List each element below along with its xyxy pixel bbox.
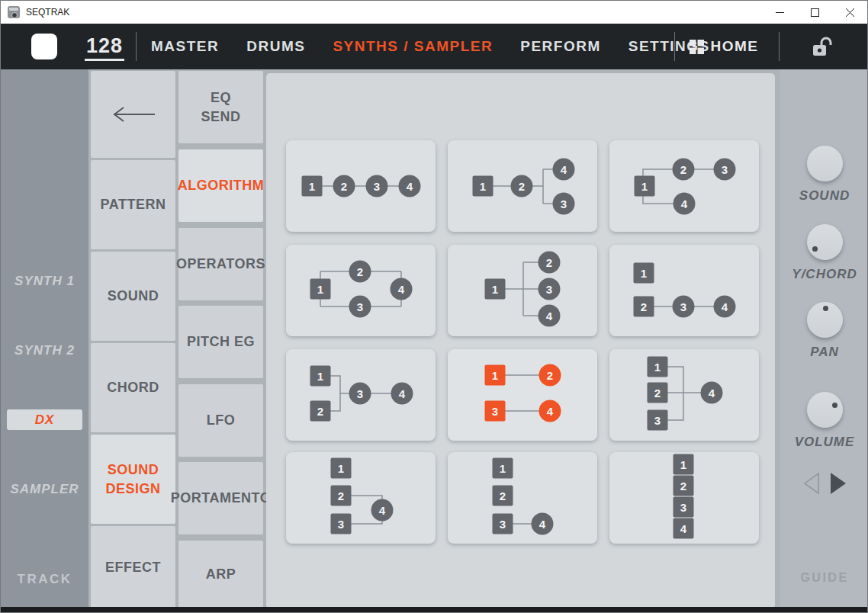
algorithm-card-7[interactable]: 1234 [286, 349, 436, 441]
svg-text:4: 4 [561, 163, 567, 176]
close-icon [846, 8, 854, 17]
menu-button-effect[interactable]: EFFECT [91, 526, 175, 608]
svg-text:4: 4 [709, 387, 715, 400]
nav-divider [779, 32, 780, 61]
svg-text:2: 2 [341, 180, 347, 193]
submenu-button-eq-send[interactable]: EQSEND [178, 71, 263, 143]
algorithm-card-9[interactable]: 1234 [609, 349, 759, 441]
nav-divider [674, 32, 675, 61]
submenu-button-lfo[interactable]: LFO [178, 384, 263, 457]
app-icon [8, 6, 20, 18]
volume-knob-label: VOLUME [795, 435, 855, 450]
svg-text:1: 1 [317, 283, 323, 296]
svg-text:1: 1 [654, 361, 661, 374]
svg-text:3: 3 [492, 405, 498, 418]
menu-button-pattern[interactable]: PATTERN [91, 160, 175, 249]
unlock-button[interactable] [803, 35, 841, 59]
submenu-button-portamento[interactable]: PORTAMENTO [178, 462, 263, 534]
algorithm-card-11[interactable]: 1234 [448, 452, 597, 544]
algorithm-card-3[interactable]: 1234 [609, 140, 759, 232]
algorithm-card-6[interactable]: 1234 [609, 245, 759, 336]
svg-text:1: 1 [641, 267, 647, 280]
sound-knob-label: SOUND [799, 188, 850, 204]
guide-label: GUIDE [780, 571, 868, 585]
back-button[interactable] [91, 71, 175, 158]
y-chord-knob[interactable] [807, 224, 843, 260]
right-panel: SOUNDY/CHORDPANVOLUME GUIDE [780, 69, 868, 608]
algorithm-card-12[interactable]: 1234 [609, 452, 759, 544]
svg-text:1: 1 [492, 369, 498, 382]
stop-button[interactable] [31, 34, 57, 59]
close-button[interactable] [832, 1, 867, 24]
svg-text:1: 1 [500, 462, 506, 475]
svg-text:3: 3 [561, 197, 567, 210]
svg-text:3: 3 [357, 387, 363, 400]
algorithm-card-10[interactable]: 1234 [286, 452, 436, 544]
maximize-button[interactable] [797, 1, 832, 24]
left-arrow-icon [111, 105, 156, 124]
sidebar-item-sampler[interactable]: SAMPLER [1, 479, 88, 499]
submenu-button-algorithm[interactable]: ALGORITHM [178, 149, 263, 222]
prev-page-button[interactable] [802, 472, 821, 495]
svg-text:3: 3 [374, 180, 380, 193]
triangle-left-icon [802, 472, 821, 495]
svg-text:4: 4 [681, 197, 688, 210]
algorithm-panel: 1234123412341234123412341234123412341234… [266, 73, 775, 608]
window-title: SEQTRAK [26, 7, 69, 18]
svg-text:2: 2 [357, 265, 363, 278]
track-section-label: TRACK [1, 572, 88, 587]
nav-tab-synths-sampler[interactable]: SYNTHS / SAMPLER [333, 38, 493, 55]
algorithm-card-5[interactable]: 1234 [448, 245, 597, 336]
svg-text:2: 2 [680, 163, 686, 176]
svg-text:4: 4 [547, 405, 554, 418]
svg-text:2: 2 [317, 405, 323, 418]
svg-text:3: 3 [722, 163, 728, 176]
svg-text:1: 1 [680, 458, 686, 471]
submenu-button-operators[interactable]: OPERATORS [178, 228, 263, 300]
menu-button-sound-design[interactable]: SOUNDDESIGN [91, 435, 175, 524]
submenu-button-pitch-eg[interactable]: PITCH EG [178, 306, 263, 378]
sidebar-item-dx[interactable]: DX [7, 409, 82, 430]
svg-text:2: 2 [641, 300, 647, 313]
algorithm-card-1[interactable]: 1234 [286, 140, 436, 232]
triangle-right-icon [828, 472, 847, 495]
algorithm-card-4[interactable]: 1234 [286, 245, 436, 336]
svg-text:1: 1 [492, 283, 498, 296]
menu-button-sound[interactable]: SOUND [91, 252, 175, 341]
algorithm-card-2[interactable]: 1234 [448, 140, 597, 232]
pan-knob[interactable] [807, 302, 843, 338]
menu-button-chord[interactable]: CHORD [91, 343, 175, 432]
nav-tab-perform[interactable]: PERFORM [520, 38, 601, 55]
svg-text:4: 4 [407, 180, 413, 193]
knob-indicator-dot [832, 403, 837, 408]
svg-text:4: 4 [379, 504, 386, 517]
svg-text:1: 1 [309, 180, 315, 193]
svg-text:4: 4 [398, 283, 405, 296]
sound-knob[interactable] [807, 146, 843, 181]
svg-text:3: 3 [357, 300, 363, 313]
svg-text:3: 3 [654, 414, 661, 427]
sidebar-item-synth-1[interactable]: SYNTH 1 [1, 271, 88, 291]
svg-text:1: 1 [480, 180, 486, 193]
submenu-button-arp[interactable]: ARP [178, 541, 263, 608]
knob-group-volume: VOLUME [780, 392, 868, 450]
knob-indicator-dot [823, 306, 828, 311]
svg-text:3: 3 [338, 518, 344, 531]
maximize-icon [811, 8, 819, 17]
grid-icon [690, 40, 704, 54]
y-chord-knob-label: Y/CHORD [792, 267, 857, 282]
minimize-icon [776, 8, 784, 17]
algorithm-card-8[interactable]: 1234 [448, 349, 597, 441]
minimize-button[interactable] [762, 1, 797, 24]
svg-text:2: 2 [547, 369, 553, 382]
svg-text:2: 2 [680, 480, 686, 493]
sidebar-item-synth-2[interactable]: SYNTH 2 [1, 340, 88, 361]
svg-text:2: 2 [500, 489, 506, 502]
knob-indicator-dot [812, 246, 818, 252]
svg-text:1: 1 [317, 370, 323, 383]
home-button[interactable]: HOME [686, 24, 762, 69]
svg-text:4: 4 [539, 518, 546, 531]
next-page-button[interactable] [828, 472, 847, 495]
volume-knob[interactable] [807, 392, 843, 428]
svg-text:2: 2 [546, 256, 552, 269]
